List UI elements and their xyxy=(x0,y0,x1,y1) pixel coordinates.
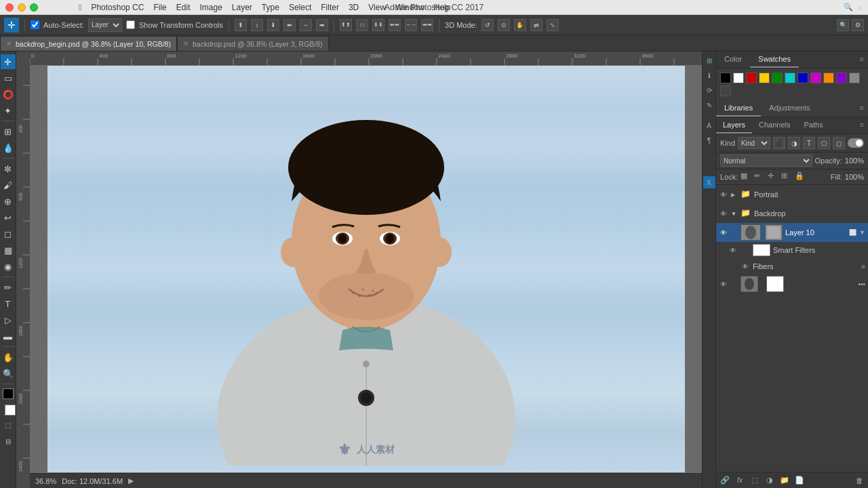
filter-dropdown[interactable]: Kind xyxy=(738,137,770,149)
ps-tool-5[interactable]: A xyxy=(703,119,715,131)
new-layer-icon[interactable]: 📄 xyxy=(793,474,806,487)
filter-pixel-btn[interactable]: ⬛ xyxy=(773,137,785,149)
menu-edit[interactable]: Edit xyxy=(176,3,191,12)
layer-bottom[interactable]: 👁 ••• xyxy=(716,274,868,293)
menu-layer[interactable]: Layer xyxy=(232,3,252,12)
distribute-bottom-btn[interactable]: ⬇⬇ xyxy=(372,19,384,31)
align-vcenter-btn[interactable]: ↕ xyxy=(251,19,263,31)
adjustment-icon[interactable]: ◑ xyxy=(764,474,776,487)
minimize-button[interactable] xyxy=(18,3,26,12)
foreground-color[interactable] xyxy=(3,388,14,399)
fx-icon[interactable]: fx xyxy=(734,474,746,487)
maximize-button[interactable] xyxy=(30,3,38,12)
dodge-tool[interactable]: ◉ xyxy=(1,259,16,274)
layer-eye-backdrop[interactable]: 👁 xyxy=(719,209,728,218)
ps-tool-2[interactable]: ℹ xyxy=(703,69,715,81)
ps-tool-7[interactable]: X xyxy=(703,176,715,188)
lock-artboard-btn[interactable]: ⊞ xyxy=(781,171,792,182)
close-button[interactable] xyxy=(5,3,14,12)
ps-tool-4[interactable]: ✎ xyxy=(703,99,715,111)
lock-checkerboard-btn[interactable]: ▦ xyxy=(741,171,751,182)
auto-select-checkbox[interactable] xyxy=(31,20,39,29)
shape-tool[interactable]: ▬ xyxy=(1,329,16,344)
fill-value[interactable]: 100% xyxy=(845,173,864,181)
menu-file[interactable]: File xyxy=(153,3,166,12)
menu-3d[interactable]: 3D xyxy=(349,3,359,12)
layer-more-icon[interactable]: ▼ xyxy=(859,229,865,236)
hand-tool[interactable]: ✋ xyxy=(1,350,16,365)
tab-close-1[interactable]: ✕ xyxy=(6,40,12,47)
healing-brush-tool[interactable]: ✼ xyxy=(1,161,16,176)
ps-search-btn[interactable]: 🔍 xyxy=(837,19,849,31)
tab-channels[interactable]: Channels xyxy=(752,117,797,134)
background-color[interactable] xyxy=(5,405,16,415)
align-left-btn[interactable]: ⬅ xyxy=(283,19,296,31)
ps-tool-3[interactable]: ⟳ xyxy=(703,84,715,96)
list-icon[interactable]: ≡ xyxy=(859,3,863,12)
swatch-black[interactable] xyxy=(720,73,731,83)
canvas-content[interactable]: ⚜ 人人素材 xyxy=(30,65,702,473)
filter-type-btn[interactable]: T xyxy=(803,137,815,149)
opacity-value[interactable]: 100% xyxy=(845,157,864,165)
blend-mode-dropdown[interactable]: Normal xyxy=(720,155,812,167)
distribute-right-btn[interactable]: ➡➡ xyxy=(421,19,433,31)
layer-eye-portrait[interactable]: 👁 xyxy=(719,190,728,199)
fibers-row[interactable]: 👁 Fibers ≡ xyxy=(716,258,868,274)
brush-tool[interactable]: 🖌 xyxy=(1,178,16,192)
ps-tool-1[interactable]: ⊞ xyxy=(703,54,715,66)
menu-view[interactable]: View xyxy=(368,3,386,12)
eyedropper-tool[interactable]: 💧 xyxy=(1,140,16,155)
gradient-tool[interactable]: ▦ xyxy=(1,243,16,258)
swatch-yellow[interactable] xyxy=(759,73,770,83)
move-tool[interactable]: ✛ xyxy=(1,54,16,69)
pen-tool[interactable]: ✏ xyxy=(1,280,16,295)
lock-brush-btn[interactable]: ✏ xyxy=(754,171,765,182)
quick-mask-btn[interactable]: ⬚ xyxy=(1,418,16,432)
lasso-tool[interactable]: ⭕ xyxy=(1,87,16,102)
layer-arrow-portrait[interactable]: ▶ xyxy=(731,192,738,198)
eraser-tool[interactable]: ◻ xyxy=(1,226,16,241)
menu-photoshop[interactable]: Photoshop CC xyxy=(91,3,144,12)
zoom-level[interactable]: 36.8% xyxy=(35,477,56,485)
tab-color[interactable]: Color xyxy=(716,52,750,68)
align-hcenter-btn[interactable]: ↔ xyxy=(300,19,312,31)
link-icon[interactable]: 🔗 xyxy=(719,474,731,487)
tab-backdrop-begin[interactable]: ✕ backdrop_begin.psd @ 36.8% (Layer 10, … xyxy=(0,36,177,51)
zoom-tool[interactable]: 🔍 xyxy=(1,366,16,381)
tab-paths[interactable]: Paths xyxy=(797,117,830,134)
distribute-top-btn[interactable]: ⬆⬆ xyxy=(340,19,352,31)
3d-roll-btn[interactable]: ⊙ xyxy=(498,19,510,31)
swatch-cyan[interactable] xyxy=(785,73,795,83)
layer-eye-bottom[interactable]: 👁 xyxy=(719,279,728,289)
crop-tool[interactable]: ⊞ xyxy=(1,124,16,139)
expand-arrow[interactable]: ▶ xyxy=(128,476,134,485)
magic-wand-tool[interactable]: ✦ xyxy=(1,103,16,118)
lib-panel-options-btn[interactable]: ≡ xyxy=(856,100,868,117)
swatch-darkgray[interactable] xyxy=(720,85,731,96)
layer-backdrop[interactable]: 👁 ▼ 📁 Backdrop xyxy=(716,204,868,223)
fibers-options-icon[interactable]: ≡ xyxy=(861,263,865,270)
tab-adjustments[interactable]: Adjustments xyxy=(761,100,818,117)
distribute-hc-btn[interactable]: ↔↔ xyxy=(405,19,417,31)
tab-layers[interactable]: Layers xyxy=(716,117,752,134)
tab-libraries[interactable]: Libraries xyxy=(716,100,761,117)
text-tool[interactable]: T xyxy=(1,296,16,311)
swatch-red[interactable] xyxy=(746,73,757,83)
3d-scale-btn[interactable]: ⤡ xyxy=(547,19,559,31)
layer-eye-smart[interactable]: 👁 xyxy=(728,245,738,255)
layers-options-btn[interactable]: ≡ xyxy=(856,117,868,134)
mask-icon[interactable]: ⬚ xyxy=(749,474,761,487)
auto-select-dropdown[interactable]: Layer Group xyxy=(88,18,122,32)
filter-smart-btn[interactable]: ◻ xyxy=(833,137,845,149)
swatch-white[interactable] xyxy=(733,73,744,83)
tab-close-2[interactable]: ✕ xyxy=(183,40,189,47)
layer-arrow-backdrop[interactable]: ▼ xyxy=(731,211,738,217)
menu-image[interactable]: Image xyxy=(199,3,222,12)
menu-filter[interactable]: Filter xyxy=(321,3,339,12)
filter-adjustment-btn[interactable]: ◑ xyxy=(788,137,800,149)
swatch-gray[interactable] xyxy=(849,73,860,83)
layer-portrait[interactable]: 👁 ▶ 📁 Portrait xyxy=(716,185,868,204)
swatch-green[interactable] xyxy=(772,73,783,83)
distribute-left-btn[interactable]: ⬅⬅ xyxy=(389,19,401,31)
swatch-magenta[interactable] xyxy=(810,73,821,83)
